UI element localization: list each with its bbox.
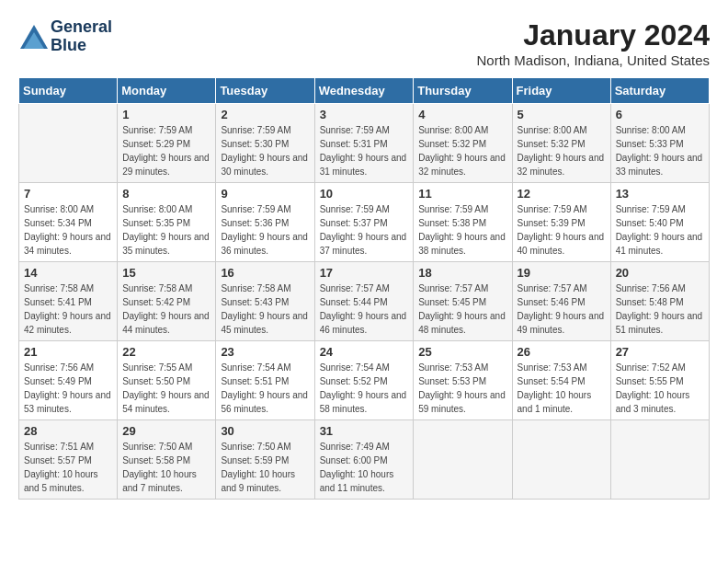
day-cell: 11Sunrise: 7:59 AMSunset: 5:38 PMDayligh… <box>414 183 512 262</box>
day-info: Sunrise: 7:59 AMSunset: 5:36 PMDaylight:… <box>221 202 309 258</box>
day-cell: 13Sunrise: 7:59 AMSunset: 5:40 PMDayligh… <box>610 183 709 262</box>
day-number: 19 <box>518 266 606 280</box>
header-day-thursday: Thursday <box>414 78 512 104</box>
day-info: Sunrise: 7:56 AMSunset: 5:49 PMDaylight:… <box>24 361 112 416</box>
logo-text: General Blue <box>51 18 112 55</box>
header-day-saturday: Saturday <box>610 78 709 104</box>
day-cell: 19Sunrise: 7:57 AMSunset: 5:46 PMDayligh… <box>512 262 610 341</box>
day-info: Sunrise: 7:50 AMSunset: 5:59 PMDaylight:… <box>221 440 309 495</box>
day-info: Sunrise: 8:00 AMSunset: 5:32 PMDaylight:… <box>418 123 506 178</box>
title-block: January 2024 North Madison, Indiana, Uni… <box>477 18 710 68</box>
day-info: Sunrise: 7:49 AMSunset: 6:00 PMDaylight:… <box>320 440 409 495</box>
day-info: Sunrise: 7:57 AMSunset: 5:45 PMDaylight:… <box>418 282 506 337</box>
day-cell: 29Sunrise: 7:50 AMSunset: 5:58 PMDayligh… <box>118 420 216 500</box>
day-info: Sunrise: 7:58 AMSunset: 5:42 PMDaylight:… <box>122 282 210 337</box>
day-number: 14 <box>24 266 112 280</box>
day-number: 9 <box>221 187 309 201</box>
day-cell <box>512 420 610 500</box>
week-row-2: 7Sunrise: 8:00 AMSunset: 5:34 PMDaylight… <box>19 183 710 262</box>
day-cell: 25Sunrise: 7:53 AMSunset: 5:53 PMDayligh… <box>414 341 512 420</box>
day-info: Sunrise: 7:59 AMSunset: 5:31 PMDaylight:… <box>320 123 409 178</box>
day-number: 13 <box>616 187 704 201</box>
day-cell <box>414 420 512 500</box>
day-number: 29 <box>122 424 210 438</box>
day-cell: 10Sunrise: 7:59 AMSunset: 5:37 PMDayligh… <box>314 183 414 262</box>
header-row: SundayMondayTuesdayWednesdayThursdayFrid… <box>19 78 710 104</box>
day-number: 21 <box>24 345 112 359</box>
day-info: Sunrise: 8:00 AMSunset: 5:32 PMDaylight:… <box>518 123 606 178</box>
day-info: Sunrise: 7:59 AMSunset: 5:39 PMDaylight:… <box>518 202 606 258</box>
calendar-table: SundayMondayTuesdayWednesdayThursdayFrid… <box>18 77 710 500</box>
day-number: 18 <box>418 266 506 280</box>
day-number: 25 <box>418 345 506 359</box>
day-info: Sunrise: 7:56 AMSunset: 5:48 PMDaylight:… <box>616 282 704 337</box>
page-header: General Blue January 2024 North Madison,… <box>18 18 710 68</box>
day-number: 26 <box>518 345 606 359</box>
day-number: 10 <box>320 187 409 201</box>
day-info: Sunrise: 7:59 AMSunset: 5:37 PMDaylight:… <box>320 202 409 258</box>
day-cell: 31Sunrise: 7:49 AMSunset: 6:00 PMDayligh… <box>314 420 414 500</box>
header-day-friday: Friday <box>512 78 610 104</box>
day-number: 31 <box>320 424 409 438</box>
week-row-3: 14Sunrise: 7:58 AMSunset: 5:41 PMDayligh… <box>19 262 710 341</box>
day-info: Sunrise: 8:00 AMSunset: 5:34 PMDaylight:… <box>24 202 112 258</box>
day-info: Sunrise: 7:53 AMSunset: 5:54 PMDaylight:… <box>518 361 606 416</box>
day-number: 1 <box>122 108 210 121</box>
day-info: Sunrise: 7:53 AMSunset: 5:53 PMDaylight:… <box>418 361 506 416</box>
day-info: Sunrise: 7:51 AMSunset: 5:57 PMDaylight:… <box>24 440 112 495</box>
day-number: 11 <box>418 187 506 201</box>
day-number: 22 <box>122 345 210 359</box>
day-number: 5 <box>518 108 606 121</box>
day-cell: 17Sunrise: 7:57 AMSunset: 5:44 PMDayligh… <box>314 262 414 341</box>
day-number: 6 <box>616 108 704 121</box>
day-number: 24 <box>320 345 409 359</box>
day-cell: 24Sunrise: 7:54 AMSunset: 5:52 PMDayligh… <box>314 341 414 420</box>
day-info: Sunrise: 7:54 AMSunset: 5:51 PMDaylight:… <box>221 361 309 416</box>
day-number: 15 <box>122 266 210 280</box>
day-cell: 7Sunrise: 8:00 AMSunset: 5:34 PMDaylight… <box>19 183 118 262</box>
week-row-4: 21Sunrise: 7:56 AMSunset: 5:49 PMDayligh… <box>19 341 710 420</box>
day-number: 4 <box>418 108 506 121</box>
day-cell: 27Sunrise: 7:52 AMSunset: 5:55 PMDayligh… <box>610 341 709 420</box>
month-title: January 2024 <box>477 18 710 52</box>
day-info: Sunrise: 7:59 AMSunset: 5:38 PMDaylight:… <box>418 202 506 258</box>
day-cell <box>610 420 709 500</box>
day-cell: 9Sunrise: 7:59 AMSunset: 5:36 PMDaylight… <box>216 183 314 262</box>
header-day-sunday: Sunday <box>19 78 118 104</box>
day-number: 2 <box>221 108 309 121</box>
day-number: 7 <box>24 187 112 201</box>
day-number: 16 <box>221 266 309 280</box>
header-day-wednesday: Wednesday <box>314 78 414 104</box>
day-cell: 6Sunrise: 8:00 AMSunset: 5:33 PMDaylight… <box>610 104 709 183</box>
day-cell: 26Sunrise: 7:53 AMSunset: 5:54 PMDayligh… <box>512 341 610 420</box>
day-number: 27 <box>616 345 704 359</box>
day-cell: 14Sunrise: 7:58 AMSunset: 5:41 PMDayligh… <box>19 262 118 341</box>
day-info: Sunrise: 7:58 AMSunset: 5:43 PMDaylight:… <box>221 282 309 337</box>
day-number: 20 <box>616 266 704 280</box>
day-cell: 4Sunrise: 8:00 AMSunset: 5:32 PMDaylight… <box>414 104 512 183</box>
week-row-5: 28Sunrise: 7:51 AMSunset: 5:57 PMDayligh… <box>19 420 710 500</box>
day-cell: 20Sunrise: 7:56 AMSunset: 5:48 PMDayligh… <box>610 262 709 341</box>
logo-icon <box>18 23 46 51</box>
day-info: Sunrise: 7:59 AMSunset: 5:30 PMDaylight:… <box>221 123 309 178</box>
day-cell: 21Sunrise: 7:56 AMSunset: 5:49 PMDayligh… <box>19 341 118 420</box>
day-number: 28 <box>24 424 112 438</box>
day-info: Sunrise: 7:50 AMSunset: 5:58 PMDaylight:… <box>122 440 210 495</box>
day-number: 8 <box>122 187 210 201</box>
day-number: 17 <box>320 266 409 280</box>
day-info: Sunrise: 7:57 AMSunset: 5:44 PMDaylight:… <box>320 282 409 337</box>
day-cell: 15Sunrise: 7:58 AMSunset: 5:42 PMDayligh… <box>118 262 216 341</box>
day-cell: 30Sunrise: 7:50 AMSunset: 5:59 PMDayligh… <box>216 420 314 500</box>
day-number: 23 <box>221 345 309 359</box>
day-info: Sunrise: 7:58 AMSunset: 5:41 PMDaylight:… <box>24 282 112 337</box>
location: North Madison, Indiana, United States <box>477 52 710 68</box>
day-info: Sunrise: 7:55 AMSunset: 5:50 PMDaylight:… <box>122 361 210 416</box>
day-cell: 5Sunrise: 8:00 AMSunset: 5:32 PMDaylight… <box>512 104 610 183</box>
day-info: Sunrise: 8:00 AMSunset: 5:33 PMDaylight:… <box>616 123 704 178</box>
day-info: Sunrise: 7:57 AMSunset: 5:46 PMDaylight:… <box>518 282 606 337</box>
day-number: 30 <box>221 424 309 438</box>
day-cell: 22Sunrise: 7:55 AMSunset: 5:50 PMDayligh… <box>118 341 216 420</box>
day-cell: 8Sunrise: 8:00 AMSunset: 5:35 PMDaylight… <box>118 183 216 262</box>
day-info: Sunrise: 8:00 AMSunset: 5:35 PMDaylight:… <box>122 202 210 258</box>
day-info: Sunrise: 7:54 AMSunset: 5:52 PMDaylight:… <box>320 361 409 416</box>
